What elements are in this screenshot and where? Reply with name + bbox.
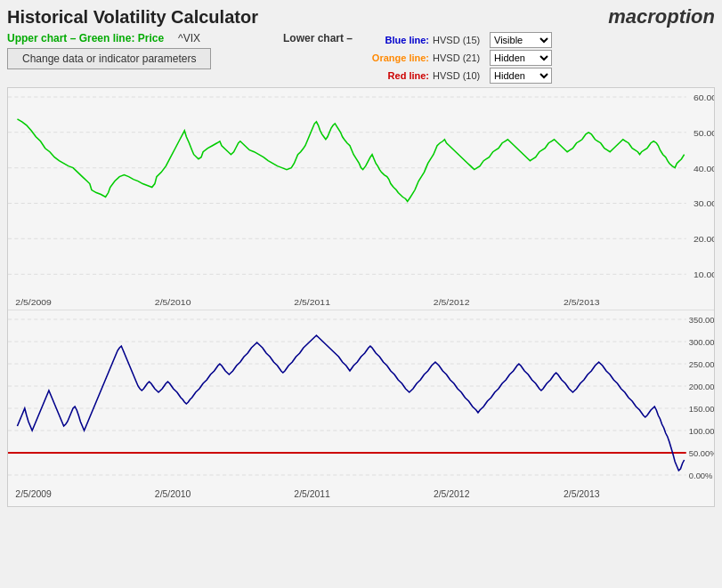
ticker-label: ^VIX: [178, 32, 200, 44]
svg-text:2/5/2009: 2/5/2009: [15, 489, 52, 499]
orange-line-label: Orange line:: [358, 52, 429, 63]
red-line-label: Red line:: [358, 70, 429, 81]
page-title: Historical Volatility Calculator: [7, 7, 258, 28]
svg-text:2/5/2010: 2/5/2010: [155, 297, 191, 307]
svg-text:2/5/2013: 2/5/2013: [564, 297, 600, 307]
svg-text:2/5/2011: 2/5/2011: [294, 489, 330, 499]
orange-line-value: HVSD (21): [433, 52, 486, 63]
lower-chart: 350.00% 300.00% 250.00% 200.00% 150.00% …: [8, 310, 714, 506]
svg-text:200.00%: 200.00%: [689, 383, 714, 391]
svg-text:30.00: 30.00: [694, 199, 714, 209]
upper-chart: 60.00 50.00 40.00 30.00 20.00 10.00 2/5/…: [8, 88, 714, 310]
svg-text:2/5/2009: 2/5/2009: [15, 297, 52, 307]
svg-text:300.00%: 300.00%: [689, 338, 714, 347]
svg-text:2/5/2012: 2/5/2012: [434, 297, 470, 307]
blue-line-value: HVSD (15): [433, 35, 486, 45]
svg-text:2/5/2010: 2/5/2010: [155, 489, 191, 499]
svg-text:2/5/2012: 2/5/2012: [434, 489, 470, 499]
svg-text:50.00%: 50.00%: [689, 449, 714, 458]
svg-text:60.00: 60.00: [694, 93, 714, 102]
svg-text:350.00%: 350.00%: [689, 316, 714, 325]
svg-text:50.00: 50.00: [694, 128, 714, 138]
svg-text:20.00: 20.00: [694, 235, 714, 245]
svg-text:40.00: 40.00: [694, 164, 714, 173]
charts-container: 60.00 50.00 40.00 30.00 20.00 10.00 2/5/…: [7, 87, 715, 507]
svg-text:250.00%: 250.00%: [689, 360, 714, 369]
blue-line-label: Blue line:: [358, 35, 429, 45]
svg-text:2/5/2013: 2/5/2013: [564, 489, 600, 499]
upper-chart-label: Upper chart – Green line: Price: [7, 32, 164, 44]
change-data-button[interactable]: Change data or indicator parameters: [7, 48, 211, 69]
svg-text:2/5/2011: 2/5/2011: [294, 297, 330, 307]
red-line-value: HVSD (10): [433, 70, 486, 81]
svg-text:150.00%: 150.00%: [689, 405, 714, 414]
orange-line-visibility[interactable]: Visible Hidden: [490, 50, 552, 66]
svg-rect-0: [8, 88, 714, 310]
brand-logo: macroption: [608, 5, 715, 28]
svg-text:100.00%: 100.00%: [689, 427, 714, 436]
svg-text:10.00: 10.00: [694, 270, 714, 279]
red-line-visibility[interactable]: Visible Hidden: [490, 68, 552, 84]
blue-line-visibility[interactable]: Visible Hidden: [490, 32, 552, 48]
lower-chart-label: Lower chart –: [283, 32, 353, 44]
svg-text:0.00%: 0.00%: [689, 471, 713, 480]
